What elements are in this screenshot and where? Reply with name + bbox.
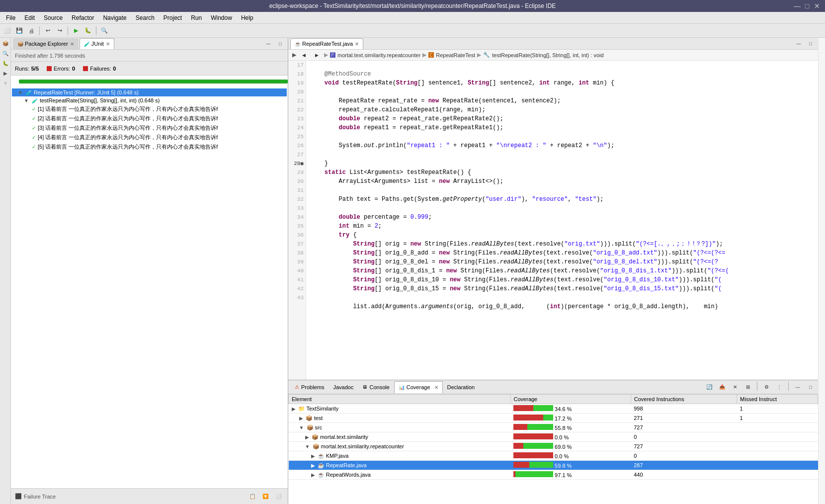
toolbar: ⬜ 💾 🖨 ↩ ↪ ▶ 🐛 🔍 [0, 24, 825, 38]
table-row[interactable]: ▶ 📦 test 17.2 % [289, 414, 818, 423]
close-editor-tab[interactable]: ✕ [355, 41, 359, 47]
tree-test-3[interactable]: ✓ [3] 话着前言 一位真正的作家永远只为内心写作，只有内心才会真实地告诉f [12, 123, 287, 133]
coverage-settings[interactable]: ⚙ [761, 382, 772, 393]
menu-navigate[interactable]: Navigate [99, 13, 130, 22]
code-text[interactable]: @MethodSource void testRepeatRate(String… [306, 61, 818, 380]
problems-label: Problems [301, 384, 324, 390]
code-editor[interactable]: 17 18 19 20 21 22 23 24 25 26 27 28◉ 29 … [288, 61, 818, 380]
tree-root[interactable]: ▼ 🧪 RepeatRateTest [Runner: JUnit 5] (0.… [12, 88, 287, 96]
expand-mortal[interactable]: ▶ [305, 434, 309, 440]
toolbar-search[interactable]: 🔍 [99, 25, 110, 36]
junit-status: Finished after 1.798 seconds [11, 50, 288, 62]
close-junit[interactable]: ✕ [106, 41, 110, 47]
failure-trace-filter[interactable]: 🔽 [260, 491, 271, 502]
table-row[interactable]: ▶ 📁 TextSimilarity 34.6 % [289, 404, 818, 414]
toolbar-new[interactable]: ⬜ [2, 25, 13, 36]
test4-label: [4] 话着前言 一位真正的作家永远只为内心写作，只有内心才会真实地告诉f [38, 134, 218, 141]
menu-edit[interactable]: Edit [20, 13, 39, 22]
close-coverage-tab[interactable]: ✕ [434, 385, 438, 390]
left-panel-maximize[interactable]: □ [275, 38, 286, 49]
coverage-sync[interactable]: 🔄 [704, 382, 715, 393]
bottom-maximize[interactable]: □ [805, 382, 816, 393]
toolbar-undo[interactable]: ↩ [42, 25, 53, 36]
expand-textsimilarity[interactable]: ▶ [292, 406, 296, 412]
bc-nav-back[interactable]: ◀ [298, 50, 309, 61]
textsimilarity-name: TextSimilarity [306, 406, 338, 412]
tree-test-2[interactable]: ✓ [2] 话着前言 一位真正的作家永远只为内心写作，只有内心才会真实地告诉f [12, 114, 287, 123]
tab-junit[interactable]: 🧪 JUnit ✕ [80, 38, 114, 49]
menu-refactor[interactable]: Refactor [68, 13, 98, 22]
tab-problems[interactable]: ⚠ Problems [290, 381, 329, 393]
col-covered-instructions[interactable]: Covered Instructions [631, 395, 737, 404]
rw-pct: 97.1 % [555, 472, 572, 478]
menu-window[interactable]: Window [207, 13, 236, 22]
side-icon-git[interactable]: ⑂ [1, 79, 10, 87]
tree-test-5[interactable]: ✓ [5] 话着前言 一位真正的作家永远只为内心写作，只有内心才会真实地告诉f [12, 142, 287, 152]
tab-package-explorer[interactable]: 📦 Package Explorer ✕ [13, 38, 79, 49]
bc-nav-fwd[interactable]: ▶ [311, 50, 322, 61]
test5-icon: ✓ [32, 144, 36, 150]
expand-kmp[interactable]: ▶ [311, 453, 315, 459]
menu-help[interactable]: Help [237, 13, 257, 22]
bc-class[interactable]: RepeatRateTest [436, 52, 475, 58]
root-expand-icon[interactable]: ▼ [18, 90, 23, 95]
bc-method[interactable]: testRepeatRate(String[], String[], int, … [492, 52, 603, 58]
expand-repeatwords[interactable]: ▶ [311, 472, 315, 478]
toolbar-run[interactable]: ▶ [71, 25, 82, 36]
close-package-explorer[interactable]: ✕ [70, 41, 74, 47]
bc-package[interactable]: mortal.text.similarity.repeatcounter [337, 52, 420, 58]
coverage-export[interactable]: 📤 [717, 382, 728, 393]
menu-run[interactable]: Run [187, 13, 206, 22]
table-row[interactable]: ▶ 📦 mortal.text.similarity 0. [289, 432, 818, 442]
tab-console[interactable]: 🖥 Console [358, 381, 394, 393]
expand-repeatcounter[interactable]: ▼ [305, 444, 310, 449]
minimize-button[interactable]: — [793, 2, 801, 10]
tree-method[interactable]: ▼ 🧪 testRepeatRate(String[], String[], i… [12, 96, 287, 104]
toolbar-redo[interactable]: ↪ [54, 25, 65, 36]
tab-javadoc[interactable]: Javadoc [329, 381, 358, 393]
maximize-button[interactable]: □ [803, 2, 811, 10]
table-row[interactable]: ▼ 📦 mortal.text.similarity.repeatcounter [289, 442, 818, 451]
failure-trace-copy[interactable]: 📋 [247, 491, 258, 502]
table-row-selected[interactable]: ▶ ☕ RepeatRate.java 59.8 % [289, 461, 818, 470]
menu-project[interactable]: Project [160, 13, 186, 22]
col-coverage[interactable]: Coverage [510, 395, 631, 404]
coverage-merge[interactable]: ⊞ [742, 382, 753, 393]
failure-trace: ⬛ Failure Trace 📋 🔽 ⬜ [11, 488, 288, 504]
bottom-minimize[interactable]: — [792, 382, 803, 393]
menu-search[interactable]: Search [132, 13, 159, 22]
side-icon-packages[interactable]: 📦 [1, 39, 10, 48]
tab-declaration[interactable]: Declaration [443, 381, 480, 393]
side-icon-run[interactable]: ▶ [1, 69, 10, 78]
col-missed-instructions[interactable]: Missed Instruct [737, 395, 818, 404]
coverage-close[interactable]: ✕ [730, 382, 741, 393]
tree-test-1[interactable]: ✓ [1] 话着前言 一位真正的作家永远只为内心写作，只有内心才会真实地告诉f [12, 104, 287, 114]
close-button[interactable]: ✕ [813, 2, 821, 10]
table-row[interactable]: ▶ ☕ RepeatWords.java 97.1 % [289, 470, 818, 480]
failure-trace-expand[interactable]: ⬜ [273, 491, 284, 502]
toolbar-debug[interactable]: 🐛 [82, 25, 93, 36]
side-icon-search[interactable]: 🔍 [1, 49, 10, 58]
tree-test-4[interactable]: ✓ [4] 话着前言 一位真正的作家永远只为内心写作，只有内心才会真实地告诉f [12, 133, 287, 142]
coverage-more[interactable]: ⋮ [774, 382, 785, 393]
expand-repeatrate[interactable]: ▶ [311, 463, 315, 468]
toolbar-save[interactable]: 💾 [14, 25, 25, 36]
menu-file[interactable]: File [2, 13, 19, 22]
failure-trace-label: Failure Trace [24, 494, 56, 500]
table-row[interactable]: ▼ 📦 src 55.8 % [289, 423, 818, 432]
tab-coverage[interactable]: 📊 Coverage ✕ [394, 381, 443, 393]
editor-minimize[interactable]: — [793, 38, 804, 49]
side-icon-debug[interactable]: 🐛 [1, 59, 10, 68]
mortal-bar [513, 433, 553, 439]
toolbar-print[interactable]: 🖨 [26, 25, 37, 36]
expand-test[interactable]: ▶ [299, 416, 303, 421]
left-panel-minimize[interactable]: — [263, 38, 274, 49]
method-expand-icon[interactable]: ▼ [24, 98, 29, 103]
table-row[interactable]: ▶ ☕ KMP.java 0.0 % [289, 451, 818, 461]
repeatrate-icon: ☕ [318, 462, 325, 468]
col-element[interactable]: Element [289, 395, 511, 404]
editor-maximize[interactable]: □ [805, 38, 816, 49]
expand-src[interactable]: ▼ [299, 425, 304, 430]
tab-repeatratetest[interactable]: ☕ RepeatRateTest.java ✕ [290, 38, 363, 49]
menu-source[interactable]: Source [40, 13, 67, 22]
